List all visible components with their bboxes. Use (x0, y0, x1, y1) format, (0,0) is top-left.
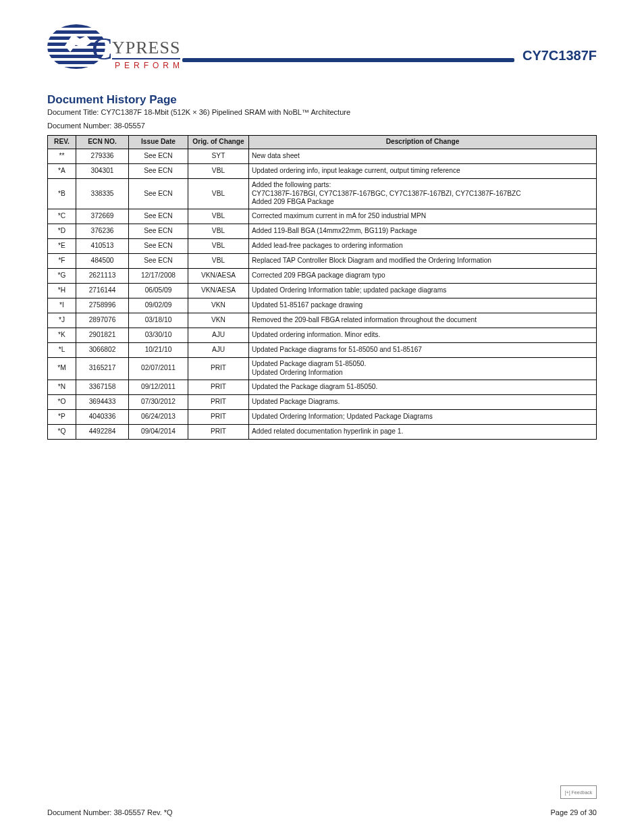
cell-desc: Removed the 209-ball FBGA related inform… (249, 313, 597, 328)
doc-title-line: Document Title: CY7C1387F 18-Mbit (512K … (47, 108, 597, 116)
cell-desc: Updated Package diagram 51-85050.Updated… (249, 358, 597, 380)
cell-rev: *E (48, 239, 76, 254)
revision-table: REV. ECN NO. Issue Date Orig. of Change … (47, 135, 597, 440)
cell-rev: *F (48, 254, 76, 269)
col-desc: Description of Change (249, 136, 597, 149)
cell-rev: *H (48, 284, 76, 298)
feedback-box[interactable]: [+] Feedback (560, 785, 597, 799)
cell-ooc: PRIT (188, 380, 249, 394)
cell-rev: ** (48, 149, 76, 163)
table-row: *F484500See ECNVBLReplaced TAP Controlle… (48, 254, 597, 269)
table-row: *J289707603/18/10VKNRemoved the 209-ball… (48, 313, 597, 328)
cell-ecn: 484500 (76, 254, 129, 269)
cell-ecn: 3694433 (76, 394, 129, 409)
cell-date: See ECN (129, 239, 188, 254)
logo-letter-c: C (92, 31, 113, 67)
table-row: **279336See ECNSYTNew data sheet (48, 149, 597, 163)
cell-rev: *Q (48, 424, 76, 439)
cell-date: See ECN (129, 163, 188, 178)
table-row: *B338335See ECNVBLAdded the following pa… (48, 178, 597, 209)
cell-date: 07/30/2012 (129, 394, 188, 409)
cell-ooc: AJU (188, 328, 249, 343)
cell-rev: *A (48, 163, 76, 178)
cell-ooc: VKN/AESA (188, 269, 249, 284)
cell-ecn: 3367158 (76, 380, 129, 394)
cell-ooc: VBL (188, 239, 249, 254)
cell-date: 02/07/2011 (129, 358, 188, 380)
cell-rev: *K (48, 328, 76, 343)
cell-ooc: VBL (188, 178, 249, 209)
cell-rev: *O (48, 394, 76, 409)
cell-date: See ECN (129, 254, 188, 269)
cell-ooc: VBL (188, 224, 249, 239)
table-row: *L306680210/21/10AJUUpdated Package diag… (48, 343, 597, 358)
section-title: Document History Page (47, 93, 597, 107)
cell-ecn: 2897076 (76, 313, 129, 328)
cell-ooc: VKN (188, 298, 249, 313)
table-row: *H271614406/05/09VKN/AESAUpdated Orderin… (48, 284, 597, 298)
table-row: *N336715809/12/2011PRITUpdated the Packa… (48, 380, 597, 394)
cell-ooc: VBL (188, 209, 249, 224)
table-row: *M316521702/07/2011PRITUpdated Package d… (48, 358, 597, 380)
cell-date: 03/30/10 (129, 328, 188, 343)
table-row: *D376236See ECNVBLAdded 119-Ball BGA (14… (48, 224, 597, 239)
cell-rev: *B (48, 178, 76, 209)
col-date: Issue Date (129, 136, 188, 149)
logo-word: YPRESS (112, 38, 180, 59)
page-root: C YPRESS PERFORM CY7C1387F Document Hist… (0, 0, 644, 467)
col-ooc: Orig. of Change (188, 136, 249, 149)
cell-rev: *M (48, 358, 76, 380)
table-head: REV. ECN NO. Issue Date Orig. of Change … (48, 136, 597, 149)
cell-rev: *G (48, 269, 76, 284)
cell-ecn: 376236 (76, 224, 129, 239)
col-rev: REV. (48, 136, 76, 149)
cell-date: 09/04/2014 (129, 424, 188, 439)
header-rule (182, 58, 514, 62)
cell-desc: Updated 51-85167 package drawing (249, 298, 597, 313)
table-row: *Q449228409/04/2014PRITAdded related doc… (48, 424, 597, 439)
cell-rev: *L (48, 343, 76, 358)
cell-rev: *P (48, 409, 76, 424)
cell-desc: Updated Package diagrams for 51-85050 an… (249, 343, 597, 358)
cell-ooc: VBL (188, 163, 249, 178)
cell-date: See ECN (129, 224, 188, 239)
cell-desc: Added 119-Ball BGA (14mmx22mm, BG119) Pa… (249, 224, 597, 239)
cell-date: See ECN (129, 149, 188, 163)
cell-ecn: 2716144 (76, 284, 129, 298)
cell-rev: *I (48, 298, 76, 313)
cell-rev: *D (48, 224, 76, 239)
cell-date: See ECN (129, 178, 188, 209)
cell-ooc: AJU (188, 343, 249, 358)
cell-ooc: VBL (188, 254, 249, 269)
footer-left: Document Number: 38-05557 Rev. *Q (47, 808, 173, 816)
cell-rev: *C (48, 209, 76, 224)
cell-ooc: VKN (188, 313, 249, 328)
table-row: *O369443307/30/2012PRITUpdated Package D… (48, 394, 597, 409)
table-row: *K290182103/30/10AJUUpdated ordering inf… (48, 328, 597, 343)
cell-ecn: 372669 (76, 209, 129, 224)
table-row: *G262111312/17/2008VKN/AESACorrected 209… (48, 269, 597, 284)
cell-ooc: VKN/AESA (188, 284, 249, 298)
footer-right: Page 29 of 30 (550, 808, 597, 816)
table-row: *C372669See ECNVBLCorrected maximum curr… (48, 209, 597, 224)
cell-ecn: 3066802 (76, 343, 129, 358)
cell-ooc: PRIT (188, 409, 249, 424)
page-footer: Document Number: 38-05557 Rev. *Q Page 2… (47, 808, 597, 816)
table-row: *A304301See ECNVBLUpdated ordering info,… (48, 163, 597, 178)
cell-ooc: PRIT (188, 358, 249, 380)
cell-ooc: PRIT (188, 424, 249, 439)
cell-desc: Updated Package Diagrams. (249, 394, 597, 409)
cell-desc: Updated Ordering Information table; upda… (249, 284, 597, 298)
cell-desc: Updated ordering info, input leakage cur… (249, 163, 597, 178)
cell-ecn: 410513 (76, 239, 129, 254)
cell-desc: Added related documentation hyperlink in… (249, 424, 597, 439)
cell-desc: Added lead-free packages to ordering inf… (249, 239, 597, 254)
page-header: C YPRESS PERFORM CY7C1387F (47, 22, 597, 74)
cell-ecn: 4492284 (76, 424, 129, 439)
cell-date: 06/24/2013 (129, 409, 188, 424)
table-body: **279336See ECNSYTNew data sheet*A304301… (48, 149, 597, 439)
cell-desc: Corrected maximum current in mA for 250 … (249, 209, 597, 224)
cell-rev: *J (48, 313, 76, 328)
cell-ecn: 279336 (76, 149, 129, 163)
cell-rev: *N (48, 380, 76, 394)
